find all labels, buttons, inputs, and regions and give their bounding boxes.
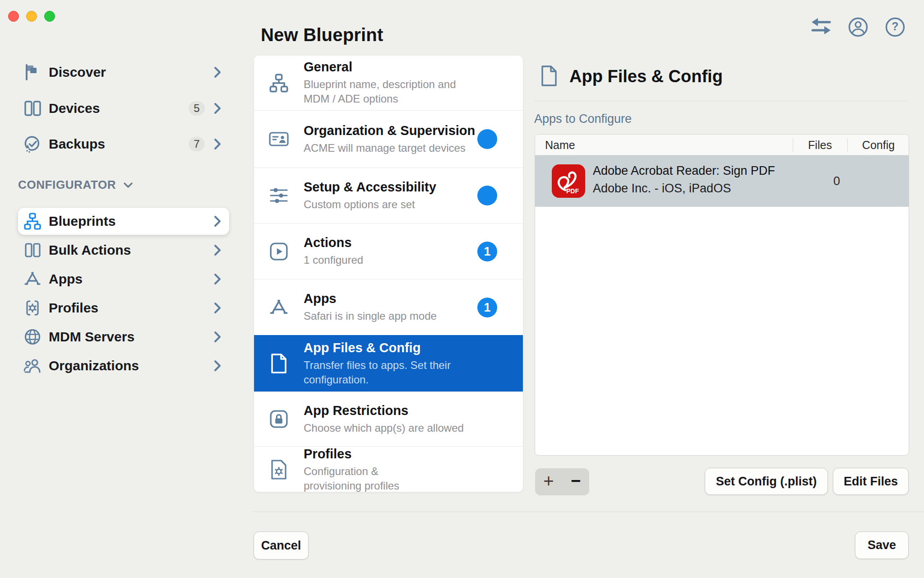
backups-count-badge: 7 (189, 137, 205, 151)
imazing-window: { "window": { "title": "New Blueprint" }… (0, 0, 924, 578)
account-button[interactable] (846, 15, 870, 39)
section-subtitle: Transfer files to apps. Set their config… (304, 358, 484, 387)
section-status-dot (477, 186, 497, 205)
chevron-right-icon (212, 273, 223, 285)
wizard-section-organization-supervision[interactable]: Organization & Supervision ACME will man… (254, 110, 523, 168)
sidebar-item-apps[interactable]: Apps (18, 266, 229, 293)
sitemap-icon (18, 212, 47, 230)
sidebar-item-organizations[interactable]: Organizations (18, 352, 229, 379)
footer-divider (253, 512, 924, 512)
devices-count-badge: 5 (189, 101, 205, 116)
sidebar-item-label: Apps (49, 271, 83, 287)
app-vendor: Adobe Inc. - iOS, iPadOS (593, 182, 775, 196)
apps-table: Name Files Config PDF Adobe Acrobat Read… (535, 134, 909, 456)
help-icon: ? (885, 17, 906, 37)
chevron-right-icon (212, 138, 223, 150)
section-status-dot (477, 129, 497, 149)
save-button[interactable]: Save (855, 531, 909, 559)
sidebar-item-mdm-servers[interactable]: MDM Servers (18, 323, 229, 350)
chevron-right-icon (212, 331, 223, 343)
traffic-lights (8, 11, 55, 22)
sidebar-item-profiles[interactable]: Profiles (18, 294, 229, 322)
sidebar-section-configurator[interactable]: CONFIGURATOR (18, 178, 133, 192)
chevron-down-icon (123, 182, 133, 188)
sidebar-item-label: Devices (49, 101, 100, 116)
minimize-window-button[interactable] (26, 11, 37, 22)
wizard-section-app-restrictions[interactable]: App Restrictions Choose which app(s) are… (254, 392, 523, 446)
sidebar-item-bulk-actions[interactable]: Bulk Actions (18, 237, 229, 264)
appstore-icon (18, 270, 47, 288)
globe-icon (18, 328, 47, 346)
wizard-section-setup-accessibility[interactable]: Setup & Accessibility Custom options are… (254, 168, 523, 223)
detail-panel-title: App Files & Config (569, 67, 723, 86)
zoom-window-button[interactable] (44, 11, 55, 22)
chevron-right-icon (212, 360, 223, 372)
play-square-icon (254, 242, 304, 261)
edit-files-button[interactable]: Edit Files (833, 468, 909, 495)
sidebar-item-label: MDM Servers (49, 329, 134, 345)
add-app-button[interactable]: + (535, 468, 562, 495)
document-icon (254, 353, 304, 374)
chevron-right-icon (212, 66, 223, 78)
sitemap-icon (254, 73, 304, 93)
sidebar-item-devices[interactable]: Devices 5 (18, 95, 229, 122)
document-gear-icon (254, 459, 304, 480)
swap-icon (810, 17, 832, 37)
wizard-section-app-files-config[interactable]: App Files & Config Transfer files to app… (254, 335, 523, 392)
wizard-section-apps[interactable]: Apps Safari is in single app mode 1 (254, 279, 523, 335)
table-row-adobe-acrobat[interactable]: PDF Adobe Acrobat Reader: Sign PDF Adobe… (535, 155, 909, 207)
people-icon (18, 357, 47, 375)
appstore-icon (254, 298, 304, 317)
apps-to-configure-label: Apps to Configure (534, 112, 632, 126)
chevron-right-icon (212, 215, 223, 227)
bulk-devices-icon (18, 241, 47, 259)
section-label: CONFIGURATOR (18, 178, 116, 192)
section-title: Profiles (304, 447, 519, 461)
sidebar-item-backups[interactable]: Backups 7 (18, 131, 229, 158)
close-window-button[interactable] (8, 11, 19, 22)
chevron-right-icon (212, 244, 223, 256)
section-title: App Files & Config (304, 340, 519, 355)
backup-sync-icon (18, 135, 47, 154)
sidebar-item-label: Blueprints (49, 214, 116, 229)
account-icon (848, 17, 869, 37)
wizard-section-actions[interactable]: Actions 1 configured 1 (254, 223, 523, 279)
column-header-files[interactable]: Files (793, 139, 847, 152)
sidebar-item-label: Profiles (49, 300, 98, 316)
column-header-name[interactable]: Name (545, 139, 575, 152)
section-count-badge: 1 (477, 242, 497, 261)
page-title: New Blueprint (261, 25, 383, 45)
wizard-section-profiles[interactable]: Profiles Configuration & provisioning pr… (254, 446, 523, 492)
remove-app-button[interactable]: − (562, 468, 589, 495)
wizard-section-general[interactable]: General Blueprint name, description and … (254, 56, 523, 110)
sidebar-item-label: Backups (49, 136, 105, 152)
app-name: Adobe Acrobat Reader: Sign PDF (593, 164, 775, 178)
sidebar-item-label: Discover (49, 65, 106, 80)
column-header-config[interactable]: Config (847, 139, 909, 152)
phone-gear-icon (18, 299, 47, 317)
lock-square-icon (254, 410, 304, 429)
adobe-acrobat-app-icon: PDF (552, 164, 585, 198)
section-subtitle: Blueprint name, description and MDM / AD… (304, 77, 467, 106)
document-icon (541, 65, 558, 87)
help-button[interactable]: ? (883, 15, 907, 39)
flag-icon (18, 63, 47, 81)
files-count-cell: 0 (793, 155, 840, 207)
sidebar-item-label: Organizations (49, 358, 139, 373)
svg-text:?: ? (892, 20, 898, 33)
swap-transfer-button[interactable] (809, 15, 833, 39)
blueprint-sections-card: General Blueprint name, description and … (254, 55, 523, 492)
sidebar-item-discover[interactable]: Discover (18, 59, 229, 86)
set-config-button[interactable]: Set Config (.plist) (705, 468, 828, 495)
sliders-icon (254, 186, 304, 205)
sidebar-item-blueprints[interactable]: Blueprints (18, 208, 229, 235)
devices-icon (18, 99, 47, 117)
svg-text:PDF: PDF (566, 187, 579, 195)
detail-title-divider (534, 101, 910, 101)
chevron-right-icon (212, 302, 223, 314)
add-remove-segmented-control: + − (535, 468, 589, 495)
cancel-button[interactable]: Cancel (254, 531, 309, 559)
section-subtitle: Configuration & provisioning profiles (304, 464, 416, 492)
table-header: Name Files Config (535, 135, 909, 155)
section-count-badge: 1 (477, 298, 497, 317)
